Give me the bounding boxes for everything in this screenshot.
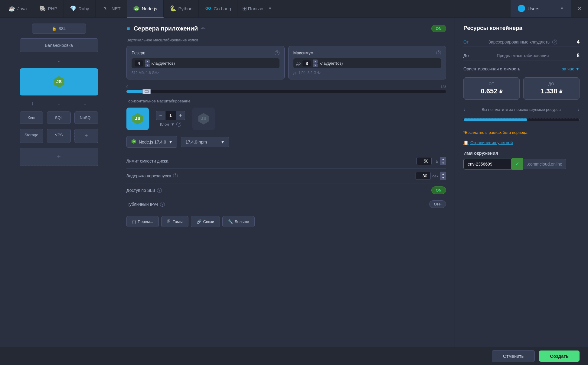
globe-icon: 🌐 — [518, 5, 525, 12]
tab-net[interactable]: 〽 .NET — [96, 0, 127, 17]
svg-text:JS: JS — [135, 116, 140, 121]
cache-button[interactable]: Кеш — [20, 111, 44, 124]
tab-nodejs[interactable]: JS Node.js — [127, 0, 164, 18]
npm-version-select[interactable]: 17.4.0-npm ▼ — [181, 137, 229, 147]
volumes-button[interactable]: 🗄 Томы — [161, 216, 188, 227]
tab-go[interactable]: GO Go Lang — [199, 0, 237, 17]
reserved-help-icon[interactable]: ? — [552, 40, 557, 44]
arrow-down-icon: ↓ — [20, 57, 98, 63]
tab-java[interactable]: ☕ Java — [2, 0, 33, 17]
bottom-bar: Отменить Создать — [0, 347, 588, 365]
add-big-button[interactable]: + — [20, 148, 98, 166]
nosql-button[interactable]: NoSQL — [74, 111, 98, 124]
from-label: От — [463, 40, 469, 44]
counter-increase-button[interactable]: + — [176, 111, 185, 120]
slb-help-icon[interactable]: ? — [157, 188, 162, 193]
cost-timing[interactable]: за час ▼ — [562, 66, 580, 71]
tab-php[interactable]: 🐘 PHP — [33, 0, 64, 17]
counter-decrease-button[interactable]: − — [156, 111, 165, 120]
balance-button[interactable]: Балансировка — [20, 38, 98, 52]
links-icon: 🔗 — [197, 219, 201, 224]
max-step-down[interactable]: ▼ — [313, 63, 318, 67]
vps-button[interactable]: VPS — [47, 129, 71, 143]
env-name-input[interactable] — [463, 159, 512, 170]
max-help-icon[interactable]: ? — [436, 50, 441, 55]
cancel-button[interactable]: Отменить — [492, 350, 535, 362]
create-label: Создать — [550, 354, 569, 359]
max-box: Максимум ? до 8 ▲ ▼ клаудлет(ов) до 1 Гб… — [288, 46, 446, 79]
price-boxes: ОТ 0.652 ₽ ДО 1.338 ₽ — [463, 77, 580, 100]
reserve-value: 4 — [135, 60, 143, 66]
progress-right-arrow[interactable]: › — [578, 106, 580, 113]
tab-ruby[interactable]: 💎 Ruby — [64, 0, 96, 17]
storage-button[interactable]: Storage — [20, 129, 44, 143]
reserve-step-down[interactable]: ▼ — [145, 63, 150, 67]
vps-label: VPS — [55, 133, 63, 137]
power-toggle-on[interactable]: ON — [431, 25, 446, 32]
env-name-section: Имя окружения ✓ .commcloud.online — [463, 150, 580, 170]
restart-label-text: Задержка перезапуска — [126, 173, 171, 178]
disk-step-up[interactable]: ▲ — [440, 157, 446, 161]
python-icon: 🐍 — [170, 5, 176, 12]
counter-row: − 1 + — [156, 111, 185, 120]
ipv4-toggle[interactable]: OFF — [429, 200, 446, 208]
ssl-button[interactable]: 🔒 SSL — [32, 24, 86, 34]
power-toggle-label: ON — [436, 26, 442, 31]
add-storage-button[interactable]: + — [74, 129, 98, 143]
disk-stepper: ▲ ▼ — [440, 157, 446, 165]
clone-help-icon[interactable]: ? — [176, 122, 181, 127]
menu-icon: ≡ — [126, 25, 130, 32]
slb-toggle[interactable]: ON — [431, 186, 446, 194]
nodejs-version-select[interactable]: JS Node.js 17.4.0 ▼ — [126, 136, 177, 148]
php-icon: 🐘 — [39, 5, 46, 12]
ipv4-help-icon[interactable]: ? — [160, 202, 165, 207]
env-name-label: Имя окружения — [463, 150, 580, 156]
restart-stepper: ▲ ▼ — [440, 172, 446, 180]
reserved-value: 4 — [577, 39, 580, 45]
vars-button[interactable]: {·} Перем... — [126, 216, 159, 227]
more-label: Больше — [235, 219, 249, 224]
links-button[interactable]: 🔗 Связи — [191, 216, 220, 227]
slider-thumb[interactable] — [142, 89, 151, 94]
max-sub-label: до 1 Гб, 3.2 GHz — [293, 71, 441, 75]
nodejs-node-box[interactable]: JS — [20, 68, 98, 95]
account-link[interactable]: 📋 Ограничения учетной — [463, 140, 580, 145]
close-button[interactable]: ✕ — [573, 2, 586, 15]
more-button[interactable]: 🔧 Больше — [222, 216, 255, 227]
max-title: Максимум — [293, 50, 314, 55]
edit-icon[interactable]: ✏ — [201, 26, 205, 31]
storage-row: Кеш SQL NoSQL — [20, 111, 98, 124]
sql-button[interactable]: SQL — [47, 111, 71, 124]
clone-row[interactable]: Клон ▼ ? — [160, 122, 181, 127]
tab-more[interactable]: ⊞ Пользо... ▼ — [237, 5, 277, 12]
restart-step-down[interactable]: ▼ — [440, 176, 446, 180]
tab-more-label: Пользо... — [248, 6, 267, 11]
restart-help-icon[interactable]: ? — [173, 173, 178, 178]
users-chevron-icon: ▼ — [560, 6, 564, 11]
slider-thumb-inner — [145, 90, 149, 93]
reserve-help-icon[interactable]: ? — [275, 50, 279, 55]
reserve-step-up[interactable]: ▲ — [145, 60, 150, 63]
beta-note: *Бесплатно в рамках бета периода — [463, 130, 580, 135]
disk-value-group: ГБ ▲ ▼ — [416, 157, 446, 165]
tab-python[interactable]: 🐍 Python — [164, 0, 199, 17]
tab-users[interactable]: 🌐 Users ▼ — [511, 0, 571, 17]
left-panel: 🔒 SSL Балансировка ↓ JS ↓ ↓ ↓ Кеш SQL — [0, 18, 118, 347]
progress-left-arrow[interactable]: ‹ — [463, 106, 465, 113]
price-from-symbol: ₽ — [499, 89, 502, 94]
slb-toggle-label: ON — [436, 188, 442, 192]
create-button[interactable]: Создать — [539, 350, 580, 362]
max-step-up[interactable]: ▲ — [313, 60, 318, 63]
scaling-slider-wrap: 0 128 — [126, 85, 446, 93]
slb-label-text: Доступ по SLB — [126, 188, 155, 193]
restart-input[interactable] — [416, 172, 431, 180]
reserve-cloudlet-row: 4 ▲ ▼ клаудлет(ов) — [132, 58, 279, 68]
disk-input[interactable] — [416, 157, 432, 165]
disk-step-down[interactable]: ▼ — [440, 161, 446, 165]
restart-step-up[interactable]: ▲ — [440, 172, 446, 176]
restart-label: Задержка перезапуска ? — [126, 173, 178, 178]
price-to-symbol: ₽ — [559, 89, 562, 94]
ipv4-label: Публичный IPv4 ? — [126, 202, 165, 207]
slider-track[interactable] — [126, 90, 446, 93]
price-from-box: ОТ 0.652 ₽ — [463, 77, 520, 100]
